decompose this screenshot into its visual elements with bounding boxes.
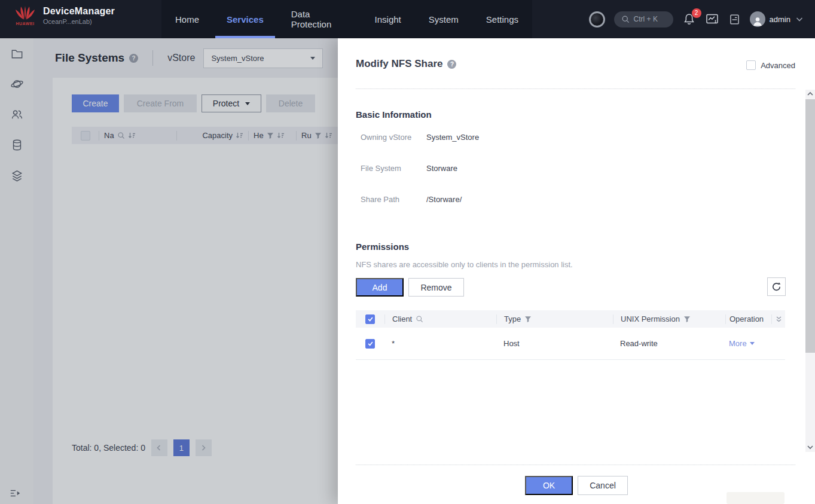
- notification-badge: 2: [692, 8, 701, 18]
- file-system-row: File System Storware: [361, 164, 457, 173]
- scroll-up-button[interactable]: [805, 89, 815, 99]
- capacity-sphere-icon[interactable]: [589, 11, 605, 28]
- chevron-down-icon: [807, 445, 813, 450]
- chevron-down-icon: [750, 342, 755, 345]
- more-label: More: [729, 339, 747, 348]
- divider: [356, 465, 795, 465]
- select-all-checkbox[interactable]: [365, 314, 375, 324]
- advanced-label: Advanced: [761, 61, 795, 70]
- basic-info-heading: Basic Information: [356, 109, 432, 120]
- device-name: OceanP...enLab): [43, 18, 115, 25]
- advanced-checkbox[interactable]: [746, 60, 756, 70]
- nav-tab-services[interactable]: Services: [213, 0, 277, 38]
- divider: [356, 88, 795, 89]
- app-title: DeviceManager: [43, 6, 115, 17]
- permissions-toolbar: Add Remove: [356, 278, 464, 297]
- nav-tab-home[interactable]: Home: [161, 0, 213, 38]
- advanced-toggle[interactable]: Advanced: [746, 60, 795, 70]
- cancel-button[interactable]: Cancel: [578, 476, 628, 495]
- share-path-row: Share Path /Storware/: [361, 195, 462, 204]
- share-path-label: Share Path: [361, 195, 426, 204]
- main-nav: Home Services Data Protection Insight Sy…: [161, 0, 532, 38]
- ok-button[interactable]: OK: [525, 476, 573, 495]
- search-shortcut-label: Ctrl + K: [634, 15, 658, 23]
- col-operation: Operation: [729, 314, 764, 323]
- brand: HUAWEI DeviceManager OceanP...enLab): [13, 5, 115, 26]
- document-lines-icon: [728, 13, 741, 26]
- share-path-value: /Storware/: [426, 195, 462, 204]
- column-config-icon: [776, 316, 782, 323]
- permissions-table-header: Client Type UNIX Permission Operation: [356, 310, 785, 328]
- task-list-button[interactable]: [728, 13, 741, 26]
- huawei-logo-icon: HUAWEI: [13, 5, 37, 26]
- owning-vstore-label: Owning vStore: [361, 133, 426, 142]
- performance-monitor-button[interactable]: [705, 12, 719, 26]
- nav-tab-system[interactable]: System: [415, 0, 472, 38]
- global-search[interactable]: Ctrl + K: [614, 11, 673, 28]
- search-icon: [621, 15, 630, 23]
- permission-row: * Host Read-write More: [356, 328, 785, 360]
- permissions-table: Client Type UNIX Permission Operation: [356, 310, 785, 360]
- col-type: Type: [504, 314, 521, 323]
- type-value: Host: [503, 339, 520, 348]
- filter-icon: [683, 316, 691, 323]
- dialog-title: Modify NFS Share: [356, 58, 442, 70]
- topbar: HUAWEI DeviceManager OceanP...enLab) Hom…: [0, 0, 815, 38]
- background-widget: [727, 492, 785, 504]
- dialog-scrollbar[interactable]: [805, 90, 815, 452]
- chart-alert-icon: [705, 12, 719, 26]
- topbar-actions: Ctrl + K 2 admin: [589, 0, 804, 38]
- row-checkbox[interactable]: [365, 339, 375, 349]
- huawei-wordmark: HUAWEI: [16, 22, 35, 26]
- screen: HUAWEI DeviceManager OceanP...enLab) Hom…: [0, 0, 815, 504]
- chevron-up-icon: [807, 91, 813, 96]
- file-system-label: File System: [361, 164, 426, 173]
- unix-permission-value: Read-write: [620, 339, 658, 348]
- file-system-value: Storware: [426, 164, 457, 173]
- notifications-button[interactable]: 2: [682, 13, 696, 26]
- nav-tab-data-protection[interactable]: Data Protection: [277, 0, 361, 38]
- remove-button[interactable]: Remove: [408, 278, 464, 297]
- help-icon[interactable]: [447, 60, 456, 69]
- refresh-icon: [771, 282, 782, 292]
- permissions-heading: Permissions: [356, 242, 409, 252]
- col-client: Client: [392, 314, 412, 323]
- search-icon: [416, 315, 423, 323]
- user-menu[interactable]: admin: [750, 11, 804, 27]
- owning-vstore-value: System_vStore: [426, 133, 479, 142]
- scroll-down-button[interactable]: [805, 442, 815, 452]
- col-unix-permission: UNIX Permission: [621, 314, 680, 323]
- more-button[interactable]: More: [729, 339, 755, 348]
- refresh-button[interactable]: [767, 277, 786, 296]
- nav-tab-settings[interactable]: Settings: [472, 0, 532, 38]
- modify-nfs-share-dialog: Modify NFS Share Advanced Basic Informat…: [338, 38, 815, 504]
- permissions-note: NFS shares are accessible only to client…: [356, 260, 573, 269]
- client-value: *: [392, 339, 395, 348]
- owning-vstore-row: Owning vStore System_vStore: [361, 133, 479, 142]
- nav-tab-insight[interactable]: Insight: [361, 0, 415, 38]
- username-label: admin: [770, 15, 790, 24]
- chevron-down-icon: [795, 14, 804, 24]
- avatar: [750, 11, 765, 27]
- add-button[interactable]: Add: [356, 278, 404, 297]
- filter-icon: [524, 316, 532, 323]
- scrollbar-thumb[interactable]: [805, 99, 815, 353]
